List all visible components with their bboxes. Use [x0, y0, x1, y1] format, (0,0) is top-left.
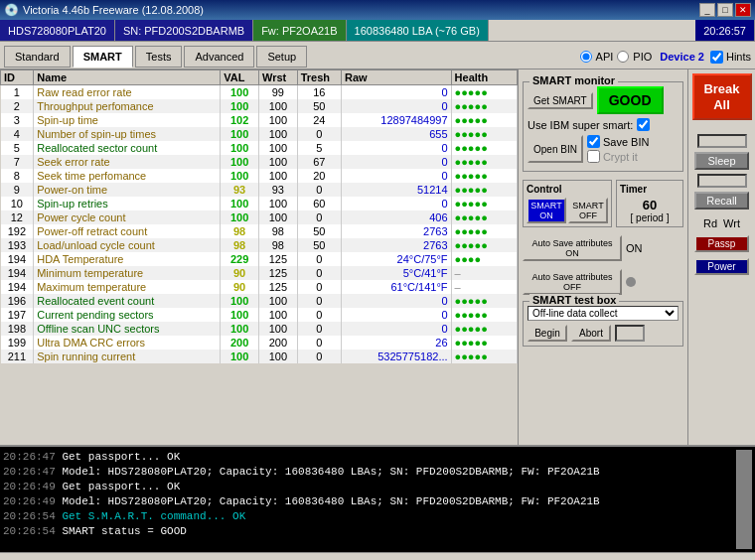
smart-status-button[interactable]: GOOD [597, 86, 664, 114]
table-row[interactable]: 194 HDA Temperature 229 125 0 24°C/75°F … [1, 252, 518, 266]
table-row[interactable]: 211 Spin running current 100 100 0 53257… [1, 350, 518, 363]
crypt-label: Crypt it [603, 151, 638, 163]
tab-smart[interactable]: SMART [73, 46, 133, 68]
api-radio-group[interactable]: API PIO Device 2 [580, 51, 704, 63]
auto-save-on-button[interactable]: Auto Save attributes ON [523, 235, 622, 261]
log-area: 20:26:47 Get passport... OK20:26:47 Mode… [0, 445, 755, 552]
log-scroll[interactable]: 20:26:47 Get passport... OK20:26:47 Mode… [3, 450, 736, 549]
sleep-button[interactable]: Sleep [694, 152, 749, 170]
table-row[interactable]: 199 Ultra DMA CRC errors 200 200 0 26 ●●… [1, 336, 518, 350]
auto-save-off-row: Auto Save attributes OFF [523, 269, 683, 295]
rd-wrt-display [697, 134, 747, 148]
control-box: Control SMART ON SMART OFF [523, 180, 612, 227]
cell-id: 194 [1, 280, 34, 294]
cell-tresh: 0 [297, 280, 341, 294]
cell-name: Offline scan UNC sectors [34, 322, 221, 336]
smart-table-scroll[interactable]: ID Name VAL Wrst Tresh Raw Health 1 Raw … [0, 70, 518, 445]
table-row[interactable]: 194 Minimum temperature 90 125 0 5°C/41°… [1, 266, 518, 280]
ibm-checkbox[interactable] [637, 118, 650, 131]
tab-tests[interactable]: Tests [135, 46, 183, 68]
cell-wrst: 125 [258, 266, 297, 280]
recall-button[interactable]: Recall [694, 192, 749, 210]
tab-options: API PIO Device 2 Hints [580, 51, 751, 64]
cell-wrst: 100 [258, 113, 297, 127]
cell-tresh: 0 [297, 350, 341, 363]
device-firmware: Fw: PF2OA21B [253, 20, 346, 41]
table-row[interactable]: 192 Power-off retract count 98 98 50 276… [1, 224, 518, 238]
tab-standard[interactable]: Standard [4, 46, 71, 68]
smart-table-container: ID Name VAL Wrst Tresh Raw Health 1 Raw … [0, 70, 519, 445]
cell-wrst: 100 [258, 169, 297, 183]
pio-radio[interactable] [617, 51, 629, 63]
col-header-tresh: Tresh [297, 70, 341, 85]
cell-val: 98 [221, 238, 259, 252]
cell-wrst: 98 [258, 238, 297, 252]
abort-button[interactable]: Abort [571, 325, 611, 342]
auto-save-off-button[interactable]: Auto Save attributes OFF [523, 269, 622, 295]
passp-button[interactable]: Passp [694, 235, 749, 252]
cell-wrst: 100 [258, 155, 297, 169]
api-radio[interactable] [580, 51, 592, 63]
table-row[interactable]: 197 Current pending sectors 100 100 0 0 … [1, 308, 518, 322]
cell-tresh: 0 [297, 127, 341, 141]
begin-button[interactable]: Begin [528, 325, 567, 342]
off-led [626, 277, 636, 287]
test-select[interactable]: Off-line data collect [528, 306, 679, 321]
table-row[interactable]: 194 Maximum temperature 90 125 0 61°C/14… [1, 280, 518, 294]
smart-off-button[interactable]: SMART OFF [568, 198, 608, 223]
table-row[interactable]: 8 Seek time perfomance 100 100 20 0 ●●●●… [1, 169, 518, 183]
log-line: 20:26:47 Model: HDS728080PLAT20; Capacit… [3, 465, 736, 480]
smart-on-button[interactable]: SMART ON [527, 198, 566, 223]
cell-val: 100 [221, 127, 259, 141]
cell-raw: 12897484997 [341, 113, 451, 127]
title-bar: 💿 Victoria 4.46b Freeware (12.08.2008) _… [0, 0, 755, 20]
cell-name: Power-off retract count [34, 224, 221, 238]
cell-id: 2 [1, 99, 34, 113]
col-header-raw: Raw [341, 70, 451, 85]
cell-raw: 61°C/141°F [341, 280, 451, 294]
pio-label: PIO [633, 51, 652, 63]
cell-raw: 5°C/41°F [341, 266, 451, 280]
log-scrollbar[interactable] [736, 450, 752, 549]
get-smart-button[interactable]: Get SMART [528, 92, 593, 109]
table-row[interactable]: 1 Raw read error rate 100 99 16 0 ●●●●● [1, 85, 518, 100]
device-model[interactable]: HDS728080PLAT20 [0, 20, 115, 41]
table-row[interactable]: 10 Spin-up retries 100 100 60 0 ●●●●● [1, 197, 518, 210]
break-all-button[interactable]: Break All [692, 73, 752, 120]
title-bar-controls[interactable]: _ □ ✕ [699, 3, 751, 17]
cell-name: Ultra DMA CRC errors [34, 336, 221, 350]
hints-group[interactable]: Hints [710, 51, 751, 64]
table-row[interactable]: 196 Reallocated event count 100 100 0 0 … [1, 294, 518, 308]
log-timestamp: 20:26:54 [3, 525, 56, 537]
table-row[interactable]: 2 Throughput perfomance 100 100 50 0 ●●●… [1, 99, 518, 113]
cell-health: ●●●●● [451, 183, 517, 197]
table-header-row: ID Name VAL Wrst Tresh Raw Health [1, 70, 518, 85]
table-row[interactable]: 12 Power cycle count 100 100 0 406 ●●●●● [1, 210, 518, 224]
cell-name: Power cycle count [34, 210, 221, 224]
table-row[interactable]: 4 Number of spin-up times 100 100 0 655 … [1, 127, 518, 141]
hints-checkbox[interactable] [710, 51, 723, 64]
table-row[interactable]: 193 Load/unload cycle count 98 98 50 276… [1, 238, 518, 252]
save-bin-label: Save BIN [603, 136, 649, 148]
close-button[interactable]: ✕ [735, 3, 751, 17]
table-row[interactable]: 9 Power-on time 93 93 0 51214 ●●●●● [1, 183, 518, 197]
save-bin-checkbox[interactable] [587, 135, 600, 148]
cell-id: 10 [1, 197, 34, 210]
log-line: 20:26:49 Get passport... OK [3, 480, 736, 494]
cell-id: 211 [1, 350, 34, 363]
table-row[interactable]: 3 Spin-up time 102 100 24 12897484997 ●●… [1, 113, 518, 127]
cell-raw: 2763 [341, 238, 451, 252]
minimize-button[interactable]: _ [699, 3, 715, 17]
table-row[interactable]: 198 Offline scan UNC sectors 100 100 0 0… [1, 322, 518, 336]
table-row[interactable]: 5 Reallocated sector count 100 100 5 0 ●… [1, 141, 518, 155]
tab-setup[interactable]: Setup [256, 46, 307, 68]
open-bin-button[interactable]: Open BIN [528, 135, 583, 163]
cell-name: Reallocated sector count [34, 141, 221, 155]
main-content: ID Name VAL Wrst Tresh Raw Health 1 Raw … [0, 70, 755, 445]
cell-val: 98 [221, 224, 259, 238]
crypt-checkbox[interactable] [587, 150, 600, 163]
tab-advanced[interactable]: Advanced [184, 46, 254, 68]
maximize-button[interactable]: □ [717, 3, 733, 17]
table-row[interactable]: 7 Seek error rate 100 100 67 0 ●●●●● [1, 155, 518, 169]
power-button[interactable]: Power [694, 258, 749, 275]
